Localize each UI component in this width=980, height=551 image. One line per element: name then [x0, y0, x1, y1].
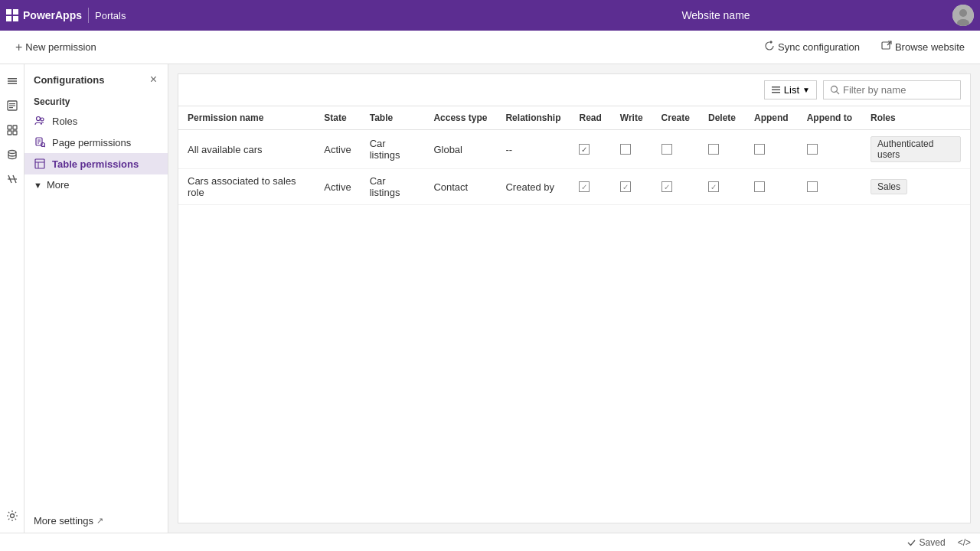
- append-to-checkbox-1[interactable]: [807, 144, 818, 155]
- delete-checkbox-1[interactable]: [708, 144, 719, 155]
- filter-input-wrap: [823, 80, 961, 99]
- module-name: Portals: [95, 10, 126, 21]
- append-checkbox-2[interactable]: [754, 181, 765, 192]
- saved-check-icon: [906, 537, 916, 547]
- plus-icon: +: [15, 41, 22, 54]
- col-append-to: Append to: [798, 106, 861, 130]
- read-checkbox-1[interactable]: [579, 144, 590, 155]
- hamburger-menu-button[interactable]: [2, 70, 23, 92]
- sidebar-close-button[interactable]: ×: [149, 72, 158, 87]
- browse-label: Browse website: [895, 41, 965, 53]
- sidebar-item-label-roles: Roles: [52, 116, 77, 127]
- svg-rect-6: [8, 83, 17, 85]
- table-row[interactable]: All available cars Active Car listings G…: [178, 130, 970, 169]
- user-avatar[interactable]: [952, 5, 974, 26]
- svg-rect-13: [8, 131, 11, 135]
- settings-icon-button[interactable]: [2, 505, 23, 527]
- cell-state-2: Active: [315, 169, 360, 205]
- write-checkbox-2[interactable]: [620, 181, 631, 192]
- cell-table-1: Car listings: [361, 130, 425, 169]
- cell-access-type-1: Global: [424, 130, 496, 169]
- svg-point-20: [37, 117, 41, 121]
- cell-append-2: [745, 169, 798, 205]
- sidebar-section-security: Security: [24, 92, 168, 110]
- sidebar-title: Configurations: [34, 74, 104, 86]
- code-editor-button[interactable]: </>: [958, 537, 971, 548]
- cell-delete-2: [699, 169, 745, 205]
- create-checkbox-2[interactable]: [662, 181, 672, 192]
- topbar: PowerApps Portals Website name: [0, 0, 980, 31]
- table-container: List ▼: [178, 73, 971, 523]
- variables-icon-button[interactable]: [2, 168, 23, 190]
- website-name: Website name: [681, 9, 750, 21]
- create-checkbox-1[interactable]: [662, 144, 672, 155]
- svg-rect-8: [9, 103, 15, 104]
- append-to-checkbox-2[interactable]: [807, 181, 818, 192]
- browse-icon: [881, 41, 892, 54]
- svg-rect-12: [13, 126, 17, 129]
- view-toggle-label: List: [784, 84, 799, 96]
- browse-website-button[interactable]: Browse website: [875, 37, 971, 57]
- cell-delete-1: [699, 130, 745, 169]
- sync-configuration-button[interactable]: Sync configuration: [758, 37, 866, 57]
- cell-create-2: [652, 169, 699, 205]
- svg-rect-27: [772, 86, 780, 88]
- svg-point-30: [831, 86, 838, 93]
- cell-append-1: [745, 130, 798, 169]
- svg-rect-14: [13, 131, 17, 135]
- view-toggle[interactable]: List ▼: [764, 80, 817, 99]
- col-table: Table: [361, 106, 425, 130]
- col-access-type: Access type: [424, 106, 496, 130]
- sidebar-more-item[interactable]: ▼ More: [24, 174, 168, 195]
- cell-append-to-2: [798, 169, 861, 205]
- read-checkbox-2[interactable]: [579, 181, 590, 192]
- cell-access-type-2: Contact: [424, 169, 496, 205]
- actionbar: + New permission Sync configuration B: [0, 31, 980, 64]
- statusbar: Saved </>: [0, 533, 980, 551]
- svg-rect-5: [8, 80, 17, 82]
- cell-permission-name-1: All available cars: [178, 130, 315, 169]
- write-checkbox-1[interactable]: [620, 144, 631, 155]
- append-checkbox-1[interactable]: [754, 144, 765, 155]
- components-icon-button[interactable]: [2, 119, 23, 141]
- svg-rect-28: [772, 90, 780, 91]
- data-icon-button[interactable]: [2, 144, 23, 165]
- svg-point-19: [10, 514, 14, 518]
- sidebar-item-page-permissions[interactable]: Page permissions: [24, 132, 168, 153]
- content-area: List ▼: [168, 64, 980, 533]
- cell-permission-name-2: Cars associated to sales role: [178, 169, 315, 205]
- saved-label: Saved: [920, 537, 946, 548]
- roles-icon: [34, 115, 46, 127]
- table-permissions-icon: [34, 158, 46, 170]
- view-dropdown-icon: ▼: [802, 86, 810, 94]
- col-create: Create: [652, 106, 699, 130]
- svg-line-31: [837, 92, 840, 95]
- list-view-icon: [771, 85, 781, 95]
- delete-checkbox-2[interactable]: [708, 181, 719, 192]
- sidebar-more-label: More: [47, 179, 70, 191]
- filter-by-name-input[interactable]: [843, 84, 950, 96]
- table-row[interactable]: Cars associated to sales role Active Car…: [178, 169, 970, 205]
- sidebar-item-roles[interactable]: Roles: [24, 110, 168, 132]
- svg-rect-24: [35, 159, 44, 168]
- svg-point-23: [41, 143, 45, 147]
- svg-rect-3: [882, 42, 890, 49]
- more-settings-link[interactable]: More settings ↗: [34, 515, 158, 527]
- pages-icon-button[interactable]: [2, 95, 23, 116]
- col-state: State: [315, 106, 360, 130]
- sidebar-panel: Configurations × Security Roles: [24, 64, 168, 533]
- main-layout: Configurations × Security Roles: [0, 64, 980, 533]
- content-inner: List ▼: [168, 64, 980, 533]
- chevron-down-icon: ▼: [34, 181, 42, 190]
- cell-roles-1: Authenticated users: [861, 130, 970, 169]
- col-write: Write: [611, 106, 652, 130]
- sidebar-item-table-permissions[interactable]: Table permissions: [24, 153, 168, 174]
- app-logo[interactable]: PowerApps: [6, 9, 82, 21]
- filter-search-icon: [830, 85, 840, 95]
- cell-append-to-1: [798, 130, 861, 169]
- cell-relationship-1: --: [496, 130, 570, 169]
- col-permission-name: Permission name: [178, 106, 315, 130]
- sync-icon: [764, 41, 775, 54]
- new-permission-button[interactable]: + New permission: [9, 37, 103, 57]
- sync-label: Sync configuration: [778, 41, 860, 53]
